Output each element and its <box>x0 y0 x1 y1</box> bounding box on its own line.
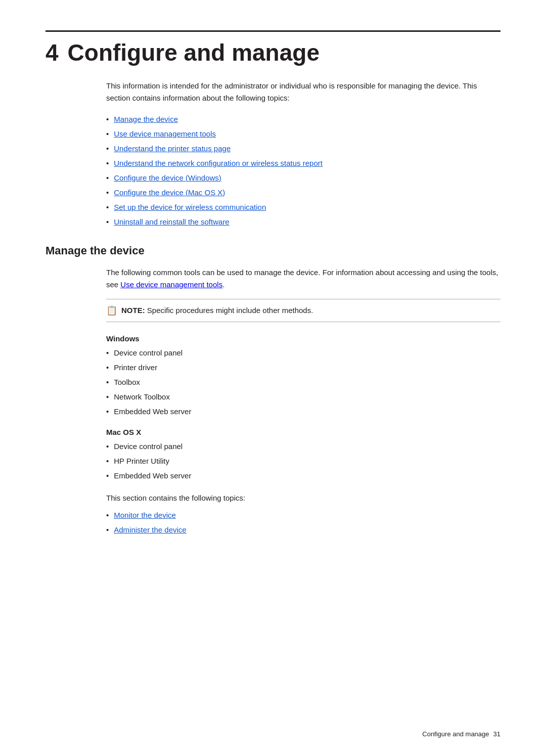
chapter-title: 4Configure and manage <box>46 40 500 66</box>
toc-list: Manage the device Use device management … <box>106 113 500 228</box>
list-item: Embedded Web server <box>106 406 500 418</box>
toc-link-configure-windows[interactable]: Configure the device (Windows) <box>114 172 221 184</box>
toc-link-use-tools[interactable]: Use device management tools <box>114 128 216 140</box>
section-intro-link[interactable]: Use device management tools <box>120 280 222 289</box>
toc-link-uninstall[interactable]: Uninstall and reinstall the software <box>114 216 229 228</box>
chapter-number: 4 <box>46 39 59 66</box>
toc-link-network[interactable]: Understand the network configuration or … <box>114 157 323 169</box>
list-item: Device control panel <box>106 347 500 359</box>
toc-link-wireless[interactable]: Set up the device for wireless communica… <box>114 201 266 213</box>
footer-text: Configure and manage <box>422 730 489 738</box>
list-item: Network Toolbox <box>106 391 500 403</box>
list-item: Configure the device (Mac OS X) <box>106 187 500 199</box>
list-item: HP Printer Utility <box>106 455 500 467</box>
subsection-title-windows: Windows <box>106 334 500 343</box>
mac-tools-list: Device control panel HP Printer Utility … <box>106 440 500 482</box>
windows-tools-list: Device control panel Printer driver Tool… <box>106 347 500 418</box>
page-footer: Configure and manage 31 <box>46 730 500 738</box>
link-monitor-device[interactable]: Monitor the device <box>114 509 176 521</box>
section-title-manage: Manage the device <box>46 244 500 257</box>
note-text: NOTE: Specific procedures might include … <box>121 304 313 317</box>
page-container: 4Configure and manage This information i… <box>0 0 546 587</box>
note-box: 📋 NOTE: Specific procedures might includ… <box>106 299 500 322</box>
list-item: Manage the device <box>106 113 500 125</box>
list-item: Device control panel <box>106 440 500 453</box>
list-item: Uninstall and reinstall the software <box>106 216 500 228</box>
note-icon: 📋 <box>106 305 117 316</box>
list-item: Understand the network configuration or … <box>106 157 500 169</box>
list-item: Understand the printer status page <box>106 143 500 155</box>
list-item: Administer the device <box>106 524 500 536</box>
toc-link-manage[interactable]: Manage the device <box>114 113 178 125</box>
list-item: Toolbox <box>106 376 500 388</box>
chapter-header: 4Configure and manage <box>46 30 500 66</box>
subsection-title-mac: Mac OS X <box>106 428 500 436</box>
toc-link-configure-mac[interactable]: Configure the device (Mac OS X) <box>114 187 225 199</box>
list-item: Use device management tools <box>106 128 500 140</box>
list-item: Printer driver <box>106 362 500 374</box>
list-item: Embedded Web server <box>106 470 500 482</box>
topics-links-list: Monitor the device Administer the device <box>106 509 500 536</box>
section-intro-manage: The following common tools can be used t… <box>106 266 500 291</box>
intro-text: This information is intended for the adm… <box>106 80 500 104</box>
link-administer-device[interactable]: Administer the device <box>114 524 186 536</box>
footer-page: 31 <box>493 730 500 738</box>
list-item: Set up the device for wireless communica… <box>106 201 500 213</box>
list-item: Configure the device (Windows) <box>106 172 500 184</box>
following-topics-text: This section contains the following topi… <box>106 492 500 504</box>
toc-link-printer-status[interactable]: Understand the printer status page <box>114 143 231 155</box>
list-item: Monitor the device <box>106 509 500 521</box>
